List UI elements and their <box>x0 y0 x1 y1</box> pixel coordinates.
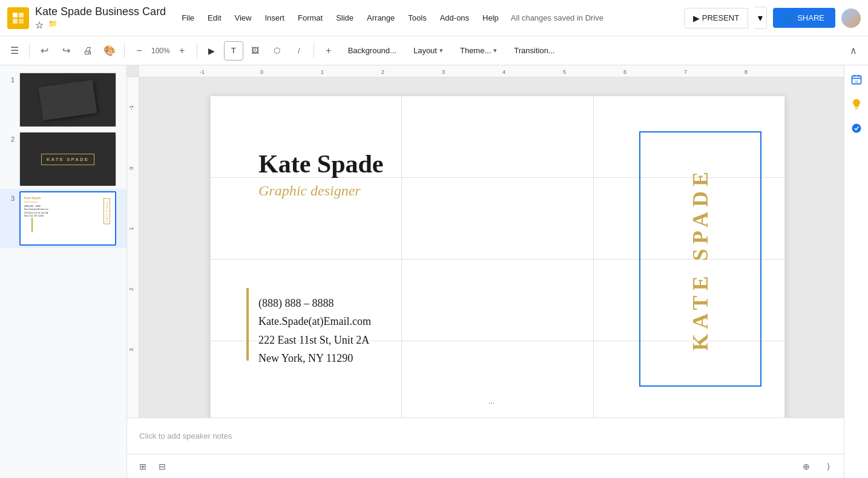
slide-thumb-2[interactable]: KATE SPADE <box>19 132 116 186</box>
grid-v-left <box>210 96 211 417</box>
toolbar-spacer: ∧ <box>844 41 863 61</box>
avatar[interactable] <box>841 8 861 28</box>
present-button[interactable]: ▶ PRESENT <box>684 8 748 28</box>
menu-help[interactable]: Help <box>476 11 505 25</box>
svg-text:0: 0 <box>260 69 263 75</box>
bc-contact: (888) 888 – 8888 Kate.Spade(at)Email.com… <box>258 294 622 368</box>
toolbar-zoom-in[interactable]: + <box>173 41 192 61</box>
toolbar-line[interactable]: / <box>289 41 309 61</box>
divider-2 <box>124 44 125 58</box>
bc-email[interactable]: Kate.Spade(at)Email.com <box>258 312 622 331</box>
thumb3-contact: (888) 888 – 8888 Kate.Spade(at)Email.com… <box>24 205 111 218</box>
svg-text:1: 1 <box>321 69 324 75</box>
menu-format[interactable]: Format <box>292 11 329 25</box>
svg-text:1: 1 <box>128 227 134 230</box>
toolbar-background[interactable]: Background... <box>341 42 404 59</box>
speaker-notes[interactable]: Click to add speaker notes <box>127 417 844 454</box>
slides-panel: 1 2 KATE SPADE 3 Kate Spade Graphic <box>0 65 127 478</box>
bc-right[interactable]: KATE SPADE <box>640 132 761 386</box>
toolbar-add[interactable]: + <box>319 41 338 61</box>
main-content: 1 2 KATE SPADE 3 Kate Spade Graphic <box>0 65 868 478</box>
menu-tools[interactable]: Tools <box>402 11 432 25</box>
menu-view[interactable]: View <box>229 11 258 25</box>
toolbar-redo[interactable]: ↪ <box>56 41 76 61</box>
toolbar-image[interactable]: 🖼 <box>246 41 265 61</box>
doc-title[interactable]: Kate Spade Business Card <box>35 5 166 18</box>
view-list-button[interactable]: ⊟ <box>154 458 171 475</box>
menu-edit[interactable]: Edit <box>202 11 227 25</box>
share-icon: 👤 <box>784 13 794 22</box>
slide-thumb-3[interactable]: Kate Spade Graphic designer (888) 888 – … <box>19 191 116 246</box>
menu-bar: File Edit View Insert Format Slide Arran… <box>176 11 505 25</box>
app-logo <box>7 7 29 29</box>
svg-point-24 <box>852 124 861 133</box>
star-icon[interactable]: ☆ <box>35 19 44 31</box>
menu-arrange[interactable]: Arrange <box>361 11 401 25</box>
svg-rect-2 <box>13 19 18 24</box>
title-right: ▶ PRESENT ▾ 👤 SHARE <box>684 7 861 29</box>
svg-text:3: 3 <box>128 348 134 351</box>
title-bar: Kate Spade Business Card ☆ 📁 File Edit V… <box>0 0 868 36</box>
share-button[interactable]: 👤 SHARE <box>773 8 835 28</box>
toolbar-transition[interactable]: Transition... <box>507 42 562 59</box>
folder-icon[interactable]: 📁 <box>48 19 58 31</box>
menu-insert[interactable]: Insert <box>258 11 291 25</box>
svg-rect-3 <box>19 19 24 24</box>
slide-canvas: Kate Spade Graphic designer (888) 888 – … <box>210 96 785 417</box>
toolbar-undo[interactable]: ↩ <box>35 41 54 61</box>
toolbar-layout[interactable]: Layout ▾ <box>406 42 450 59</box>
slides-footer-left: ⊞ ⊟ <box>134 458 171 475</box>
layout-chevron: ▾ <box>439 47 443 54</box>
title-section: Kate Spade Business Card ☆ 📁 <box>35 5 166 31</box>
bc-address1[interactable]: 222 East 11st St, Unit 2A <box>258 331 622 350</box>
menu-addons[interactable]: Add-ons <box>434 11 475 25</box>
toolbar-collapse[interactable]: ∧ <box>844 41 863 61</box>
svg-text:2: 2 <box>128 287 134 290</box>
theme-chevron: ▾ <box>493 47 497 54</box>
toolbar-zoom-out[interactable]: − <box>130 41 149 61</box>
toolbar-menu-icon[interactable]: ☰ <box>5 41 24 61</box>
bc-header: Kate Spade Graphic designer <box>258 150 622 199</box>
toolbar-print[interactable]: 🖨 <box>78 41 97 61</box>
svg-rect-1 <box>19 13 24 18</box>
slide-canvas-outer[interactable]: Kate Spade Graphic designer (888) 888 – … <box>139 77 844 417</box>
bc-job-title[interactable]: Graphic designer <box>258 183 622 199</box>
bc-left: Kate Spade Graphic designer (888) 888 – … <box>234 132 640 386</box>
bottom-bar-right: ⊕ ⟩ <box>798 458 837 475</box>
bc-vertical-name: KATE SPADE <box>688 167 713 351</box>
svg-text:-1: -1 <box>200 69 205 75</box>
slide-item-1[interactable]: 1 <box>0 70 127 129</box>
bc-name[interactable]: Kate Spade <box>258 150 622 178</box>
slide-number-2: 2 <box>5 132 15 143</box>
toolbar-theme[interactable]: Theme... ▾ <box>453 42 504 59</box>
present-chevron[interactable]: ▾ <box>754 7 767 29</box>
svg-text:8: 8 <box>745 69 748 75</box>
svg-text:2: 2 <box>381 69 384 75</box>
view-grid-button[interactable]: ⊞ <box>134 458 151 475</box>
expand-notes-button[interactable]: ⊕ <box>798 458 815 475</box>
svg-text:3: 3 <box>442 69 445 75</box>
menu-slide[interactable]: Slide <box>330 11 360 25</box>
sidebar-lightbulb-icon[interactable] <box>847 94 866 114</box>
slide-item-2[interactable]: 2 KATE SPADE <box>0 129 127 189</box>
toolbar-paintformat[interactable]: 🎨 <box>100 41 119 61</box>
bottom-bar: ⊞ ⊟ ⊕ ⟩ <box>127 454 844 478</box>
slide-thumb-1[interactable] <box>19 73 116 127</box>
svg-text:7: 7 <box>684 69 687 75</box>
toolbar-textbox[interactable]: T <box>224 41 243 61</box>
expand-panel-button[interactable]: ⟩ <box>820 458 837 475</box>
toolbar-shapes[interactable]: ⬡ <box>268 41 287 61</box>
sidebar-calendar-icon[interactable]: 31 <box>847 70 866 90</box>
menu-file[interactable]: File <box>176 11 200 25</box>
bc-phone[interactable]: (888) 888 – 8888 <box>258 294 622 313</box>
canvas-scroll-area[interactable]: -1 0 1 2 3 <box>127 77 844 417</box>
slide-item-3[interactable]: 3 Kate Spade Graphic designer (888) 888 … <box>0 189 127 248</box>
sidebar-tasks-icon[interactable] <box>847 119 866 138</box>
divider-4 <box>314 44 314 58</box>
toolbar-cursor[interactable]: ▶ <box>202 41 222 61</box>
ruler-left: -1 0 1 2 3 <box>127 77 139 417</box>
svg-text:-1: -1 <box>128 105 134 110</box>
toolbar: ☰ ↩ ↪ 🖨 🎨 − 100% + ▶ T 🖼 ⬡ / + Backgroun… <box>0 36 868 65</box>
divider-1 <box>29 44 30 58</box>
bc-address2[interactable]: New York, NY 11290 <box>258 349 622 368</box>
